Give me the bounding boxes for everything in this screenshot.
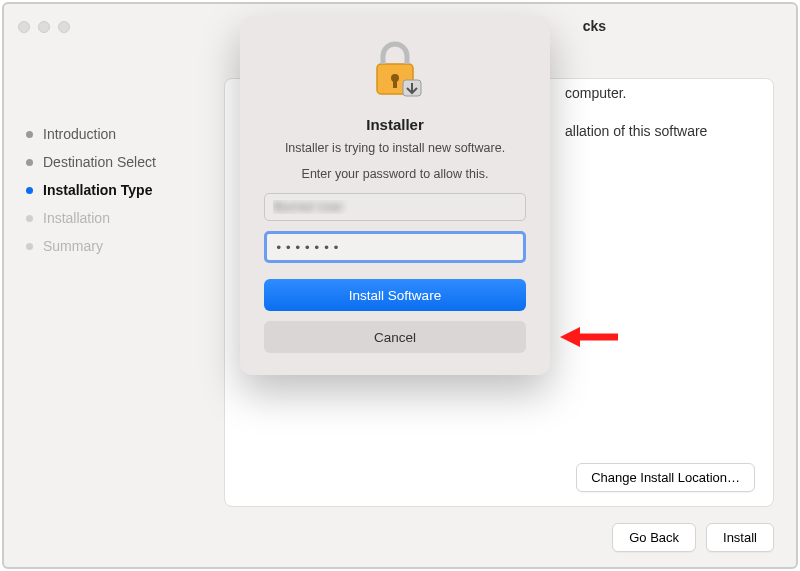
auth-dialog: Installer Installer is trying to install… [240,16,550,375]
background-text-line2: allation of this software [565,123,707,139]
step-bullet [26,131,33,138]
minimize-window-button[interactable] [38,21,50,33]
install-button[interactable]: Install [706,523,774,552]
step-destination-select: Destination Select [26,148,224,176]
dialog-message: Installer is trying to install new softw… [264,141,526,155]
step-label: Installation Type [43,182,152,198]
window-controls [18,21,70,33]
go-back-button[interactable]: Go Back [612,523,696,552]
close-window-button[interactable] [18,21,30,33]
step-installation: Installation [26,204,224,232]
svg-rect-3 [393,80,397,88]
username-field[interactable] [264,193,526,221]
window-title-fragment: cks [583,18,606,34]
step-introduction: Introduction [26,120,224,148]
steps-sidebar: Introduction Destination Select Installa… [4,50,224,507]
background-text-line1: computer. [565,85,626,101]
step-bullet [26,215,33,222]
footer: Go Back Install [4,507,796,567]
step-bullet [26,187,33,194]
dialog-prompt: Enter your password to allow this. [264,167,526,181]
dialog-title: Installer [264,116,526,133]
step-label: Introduction [43,126,116,142]
step-installation-type: Installation Type [26,176,224,204]
step-bullet [26,159,33,166]
zoom-window-button[interactable] [58,21,70,33]
step-label: Installation [43,210,110,226]
lock-icon [365,38,425,102]
step-label: Summary [43,238,103,254]
callout-arrow-icon [560,325,620,349]
password-field[interactable] [264,231,526,263]
change-install-location-button[interactable]: Change Install Location… [576,463,755,492]
svg-marker-6 [560,327,580,347]
install-software-button[interactable]: Install Software [264,279,526,311]
step-summary: Summary [26,232,224,260]
cancel-button[interactable]: Cancel [264,321,526,353]
step-bullet [26,243,33,250]
step-label: Destination Select [43,154,156,170]
